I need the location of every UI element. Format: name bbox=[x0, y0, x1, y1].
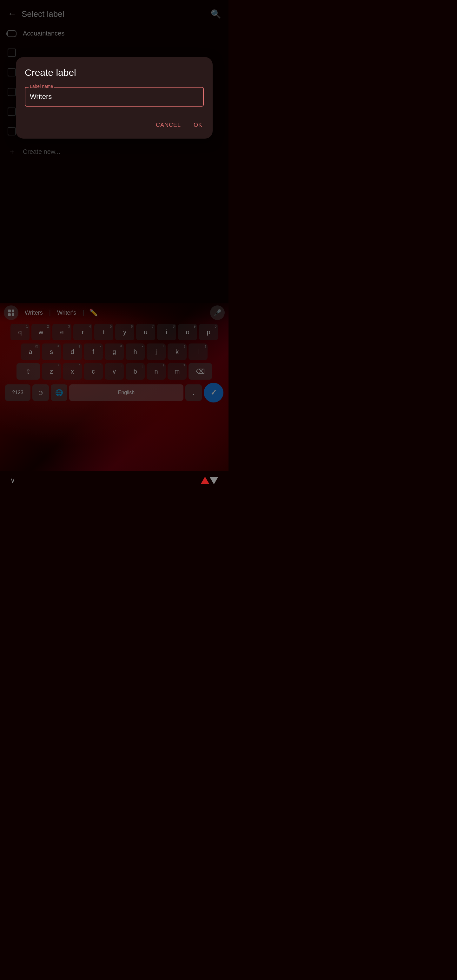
ok-button[interactable]: OK bbox=[192, 119, 204, 131]
input-label: Label name bbox=[29, 84, 54, 89]
label-name-input-container: Label name bbox=[25, 87, 204, 107]
triangle-down-icon bbox=[209, 477, 218, 484]
bottom-bar: ∨ bbox=[0, 471, 228, 490]
chevron-down-icon[interactable]: ∨ bbox=[10, 476, 15, 485]
create-label-dialog: Create label Label name Cancel OK bbox=[16, 57, 213, 138]
brand-logo bbox=[201, 477, 218, 484]
triangle-up-icon bbox=[201, 477, 209, 484]
cancel-button[interactable]: Cancel bbox=[155, 119, 182, 131]
dialog-actions: Cancel OK bbox=[25, 117, 204, 131]
dialog-title: Create label bbox=[25, 67, 204, 78]
label-name-input[interactable] bbox=[25, 87, 204, 107]
